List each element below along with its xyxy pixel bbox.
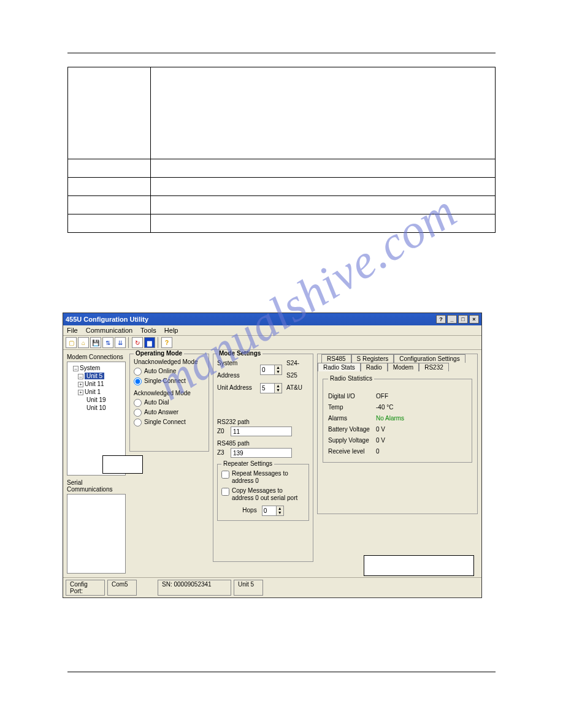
stat-supply-val: 0 V xyxy=(376,435,385,446)
repeater-title: Repeater Settings xyxy=(221,460,274,467)
chart-icon[interactable]: ▆ xyxy=(144,337,155,348)
tree-unit-1[interactable]: Unit 1 xyxy=(85,389,101,395)
stat-battery-label: Battery Voltage xyxy=(328,424,376,435)
minimize-icon[interactable]: _ xyxy=(447,315,457,324)
expand-icon[interactable]: + xyxy=(78,382,83,387)
system-address-label: System Address xyxy=(217,357,258,382)
unack-mode-label: Unacknowledged Mode xyxy=(134,358,205,365)
maximize-icon[interactable]: □ xyxy=(458,315,468,324)
stat-alarms-label: Alarms xyxy=(328,413,376,424)
hops-label: Hops xyxy=(242,504,256,517)
s24-s25-label: S24-S25 xyxy=(286,357,309,382)
z0-input[interactable] xyxy=(231,427,292,436)
operating-mode-group: Operating Mode Unacknowledged Mode Auto … xyxy=(129,354,209,452)
callout-box-left xyxy=(102,455,143,474)
radio-statistics-group: Radio Statistics Digital I/OOFF Temp-40 … xyxy=(323,379,472,463)
app-window: 455U Configuration Utility ? _ □ × File … xyxy=(63,313,482,598)
stat-supply-label: Supply Voltage xyxy=(328,435,376,446)
opt-single-connect[interactable]: Single Connect xyxy=(134,376,205,386)
tab-s-registers[interactable]: S Registers xyxy=(351,354,394,363)
callout-box-right xyxy=(364,555,474,576)
ack-mode-label: Acknowledged Mode xyxy=(134,390,205,396)
tree-label: Modem Connections xyxy=(67,354,126,360)
new-icon[interactable]: ▢ xyxy=(66,337,77,348)
radio-statistics-title: Radio Statistics xyxy=(328,375,374,382)
help-toolbar-icon[interactable]: ? xyxy=(161,337,172,348)
close-icon[interactable]: × xyxy=(469,315,479,324)
tab-rs232[interactable]: RS232 xyxy=(419,363,449,371)
opt-single-connect-ack[interactable]: Single Connect xyxy=(134,417,205,427)
menu-tools[interactable]: Tools xyxy=(140,327,156,334)
chk-copy-messages[interactable]: Copy Messages to address 0 out serial po… xyxy=(221,487,305,502)
tab-radio-stats[interactable]: Radio Stats xyxy=(318,363,361,371)
window-title: 455U Configuration Utility xyxy=(66,316,148,323)
mode-settings-group: Mode Settings System Address ▲▼ S24-S25 … xyxy=(213,354,313,562)
serial-comm-label: Serial Communications xyxy=(67,479,126,493)
system-address-input[interactable] xyxy=(261,365,274,374)
stat-receive-label: Receive level xyxy=(328,446,376,457)
opt-auto-answer[interactable]: Auto Answer xyxy=(134,408,205,417)
status-unit: Unit 5 xyxy=(234,580,263,596)
serial-comm-log xyxy=(67,494,126,574)
tree-unit-10[interactable]: Unit 10 xyxy=(86,404,106,411)
status-bar: Config Port: Com5 SN: 00009052341 Unit 5 xyxy=(63,577,481,597)
stat-temp-label: Temp xyxy=(328,402,376,413)
hops-spinner[interactable]: ▲▼ xyxy=(262,506,284,516)
stat-receive-val: 0 xyxy=(376,446,380,457)
status-config-port: Config Port: xyxy=(66,580,105,596)
menubar: File Communication Tools Help xyxy=(63,325,481,336)
rs485-path-label: RS485 path xyxy=(217,440,309,447)
opt-auto-dial[interactable]: Auto Dial xyxy=(134,398,205,408)
operating-mode-title: Operating Mode xyxy=(134,350,184,357)
chk-repeat-messages[interactable]: Repeat Messages to address 0 xyxy=(221,470,305,485)
hops-input[interactable] xyxy=(262,506,276,515)
open-icon[interactable]: ⌂ xyxy=(78,337,89,348)
down-icon[interactable]: ▼ xyxy=(274,388,282,393)
tabs-panel: RS485 S Registers Configuration Settings… xyxy=(317,354,478,514)
collapse-icon[interactable]: – xyxy=(78,374,83,379)
up-icon[interactable]: ▲ xyxy=(274,384,282,389)
stat-alarms-val: No Alarms xyxy=(376,413,404,424)
z3-input[interactable] xyxy=(231,448,292,458)
tree-unit-11[interactable]: Unit 11 xyxy=(85,381,104,387)
system-address-spinner[interactable]: ▲▼ xyxy=(260,365,282,375)
unit-address-label: Unit Address xyxy=(217,382,258,394)
save-icon[interactable]: 💾 xyxy=(90,337,101,348)
up-icon[interactable]: ▲ xyxy=(274,365,282,370)
help-icon[interactable]: ? xyxy=(436,315,446,324)
tab-rs485[interactable]: RS485 xyxy=(321,354,351,363)
tree-root[interactable]: System xyxy=(80,365,100,371)
tree-unit-5[interactable]: Unit 5 xyxy=(85,373,104,379)
tab-radio[interactable]: Radio xyxy=(361,363,388,371)
collapse-icon[interactable]: – xyxy=(73,366,79,371)
menu-help[interactable]: Help xyxy=(164,327,178,334)
repeater-settings-group: Repeater Settings Repeat Messages to add… xyxy=(217,464,309,521)
tab-modem[interactable]: Modem xyxy=(388,363,419,371)
unit-address-spinner[interactable]: ▲▼ xyxy=(260,383,282,393)
rs232-path-label: RS232 path xyxy=(217,419,309,425)
up-icon[interactable]: ▲ xyxy=(276,506,283,511)
doc-table xyxy=(67,67,496,233)
status-serial-number: SN: 00009052341 xyxy=(158,580,231,596)
stat-digital-io-label: Digital I/O xyxy=(328,391,376,402)
toolbar: ▢ ⌂ 💾 ⇅ ⇊ ↻ ▆ ? xyxy=(63,336,481,350)
down-icon[interactable]: ▼ xyxy=(276,510,283,515)
refresh-icon[interactable]: ↻ xyxy=(132,337,143,348)
menu-communication[interactable]: Communication xyxy=(86,327,132,334)
download-icon[interactable]: ⇊ xyxy=(115,337,126,348)
unit-address-input[interactable] xyxy=(261,384,274,393)
status-com-port: Com5 xyxy=(107,580,137,596)
opt-auto-online[interactable]: Auto Online xyxy=(134,366,205,376)
window-titlebar: 455U Configuration Utility ? _ □ × xyxy=(63,313,481,325)
stat-digital-io-val: OFF xyxy=(376,391,388,402)
atu-label: AT&U xyxy=(286,382,302,394)
stat-battery-val: 0 V xyxy=(376,424,385,435)
tab-config-settings[interactable]: Configuration Settings xyxy=(394,354,465,363)
seq-icon[interactable]: ⇅ xyxy=(102,337,113,348)
stat-temp-val: -40 °C xyxy=(376,402,393,413)
z3-label: Z3 xyxy=(217,447,228,459)
menu-file[interactable]: File xyxy=(67,327,78,334)
expand-icon[interactable]: + xyxy=(78,390,83,395)
tree-unit-19[interactable]: Unit 19 xyxy=(86,396,106,403)
down-icon[interactable]: ▼ xyxy=(274,370,282,374)
